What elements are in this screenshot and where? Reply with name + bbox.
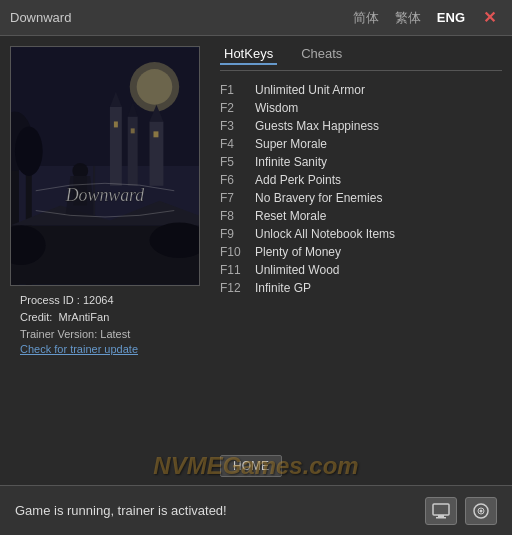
cheat-item: F5Infinite Sanity xyxy=(220,153,502,171)
svg-rect-27 xyxy=(438,515,444,517)
cheat-item: F1Unlimited Unit Armor xyxy=(220,81,502,99)
cheat-item: F2Wisdom xyxy=(220,99,502,117)
process-id-row: Process ID : 12064 xyxy=(20,294,190,306)
lang-simplified[interactable]: 简体 xyxy=(349,7,383,29)
status-message: Game is running, trainer is activated! xyxy=(15,503,227,518)
cheat-list: F1Unlimited Unit ArmorF2WisdomF3Guests M… xyxy=(220,81,502,447)
cheat-key: F10 xyxy=(220,245,255,259)
cheat-name: No Bravery for Enemies xyxy=(255,191,382,205)
cheat-item: F12Infinite GP xyxy=(220,279,502,297)
cheat-key: F6 xyxy=(220,173,255,187)
svg-rect-28 xyxy=(436,517,446,519)
game-image: Downward xyxy=(10,46,200,286)
title-bar: Downward 简体 繁体 ENG ✕ xyxy=(0,0,512,36)
svg-rect-11 xyxy=(131,128,135,133)
cheat-name: Unlock All Notebook Items xyxy=(255,227,395,241)
cheat-key: F9 xyxy=(220,227,255,241)
cheat-key: F7 xyxy=(220,191,255,205)
cheat-key: F12 xyxy=(220,281,255,295)
language-selector: 简体 繁体 ENG ✕ xyxy=(349,6,502,29)
monitor-icon-button[interactable] xyxy=(425,497,457,525)
process-id-label: Process ID : xyxy=(20,294,80,306)
cheat-name: Unlimited Wood xyxy=(255,263,339,277)
credit-value: MrAntiFan xyxy=(59,311,110,323)
cheat-name: Plenty of Money xyxy=(255,245,341,259)
right-panel: HotKeys Cheats F1Unlimited Unit ArmorF2W… xyxy=(210,36,512,485)
cheat-item: F11Unlimited Wood xyxy=(220,261,502,279)
trainer-version-row: Trainer Version: Latest xyxy=(20,328,190,340)
svg-rect-26 xyxy=(433,504,449,515)
svg-rect-8 xyxy=(150,121,164,185)
cheat-name: Infinite GP xyxy=(255,281,311,295)
status-bar: Game is running, trainer is activated! xyxy=(0,485,512,535)
cheat-key: F4 xyxy=(220,137,255,151)
trainer-version-label: Trainer Version: xyxy=(20,328,97,340)
cheat-item: F4Super Morale xyxy=(220,135,502,153)
close-button[interactable]: ✕ xyxy=(477,6,502,29)
lang-traditional[interactable]: 繁体 xyxy=(391,7,425,29)
credit-label: Credit: xyxy=(20,311,52,323)
svg-point-16 xyxy=(15,126,43,175)
svg-rect-4 xyxy=(110,107,122,186)
cheat-key: F11 xyxy=(220,263,255,277)
cheat-item: F7No Bravery for Enemies xyxy=(220,189,502,207)
info-section: Process ID : 12064 Credit: MrAntiFan Tra… xyxy=(10,286,200,355)
cheat-item: F8Reset Morale xyxy=(220,207,502,225)
music-icon-button[interactable] xyxy=(465,497,497,525)
cheat-name: Unlimited Unit Armor xyxy=(255,83,365,97)
tab-bar: HotKeys Cheats xyxy=(220,44,502,71)
update-link[interactable]: Check for trainer update xyxy=(20,343,190,355)
cheat-item: F9Unlock All Notebook Items xyxy=(220,225,502,243)
app-title: Downward xyxy=(10,10,349,25)
svg-rect-6 xyxy=(128,117,138,186)
tab-hotkeys[interactable]: HotKeys xyxy=(220,44,277,65)
lang-english[interactable]: ENG xyxy=(433,8,469,27)
cheat-name: Add Perk Points xyxy=(255,173,341,187)
cheat-key: F2 xyxy=(220,101,255,115)
svg-rect-12 xyxy=(153,131,158,137)
cheat-name: Wisdom xyxy=(255,101,298,115)
status-icons xyxy=(425,497,497,525)
svg-text:Downward: Downward xyxy=(65,185,145,205)
svg-rect-10 xyxy=(114,121,118,127)
trainer-version-value: Latest xyxy=(100,328,130,340)
left-panel: Downward Process ID : 12064 Credit: MrAn… xyxy=(0,36,210,485)
process-id-value: 12064 xyxy=(83,294,114,306)
cheat-name: Guests Max Happiness xyxy=(255,119,379,133)
tab-cheats[interactable]: Cheats xyxy=(297,44,346,65)
game-artwork: Downward xyxy=(11,47,199,285)
svg-point-3 xyxy=(137,69,173,105)
cheat-key: F1 xyxy=(220,83,255,97)
home-button[interactable]: HOME xyxy=(220,455,282,477)
cheat-item: F3Guests Max Happiness xyxy=(220,117,502,135)
cheat-item: F6Add Perk Points xyxy=(220,171,502,189)
cheat-key: F8 xyxy=(220,209,255,223)
cheat-key: F3 xyxy=(220,119,255,133)
cheat-key: F5 xyxy=(220,155,255,169)
cheat-name: Infinite Sanity xyxy=(255,155,327,169)
cheat-item: F10Plenty of Money xyxy=(220,243,502,261)
cheat-name: Super Morale xyxy=(255,137,327,151)
svg-point-31 xyxy=(480,509,483,512)
main-area: Downward Process ID : 12064 Credit: MrAn… xyxy=(0,36,512,485)
cheat-name: Reset Morale xyxy=(255,209,326,223)
credit-row: Credit: MrAntiFan xyxy=(20,311,190,323)
